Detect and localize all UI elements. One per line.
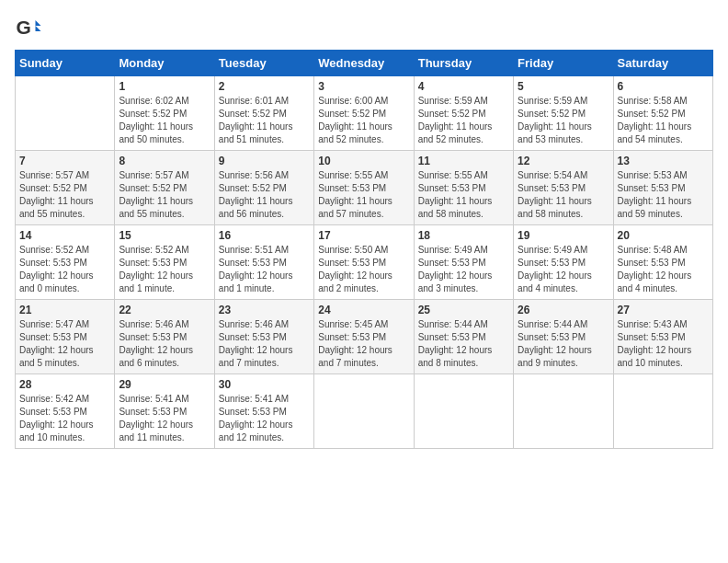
day-number: 15 [119, 229, 210, 242]
day-info: Sunrise: 5:57 AM Sunset: 5:52 PM Dayligh… [19, 169, 110, 221]
day-info: Sunrise: 5:50 AM Sunset: 5:53 PM Dayligh… [318, 244, 409, 295]
day-info: Sunrise: 5:41 AM Sunset: 5:53 PM Dayligh… [119, 393, 210, 444]
calendar-header-row: SundayMondayTuesdayWednesdayThursdayFrid… [16, 51, 713, 76]
day-number: 7 [19, 155, 110, 167]
day-info: Sunrise: 5:44 AM Sunset: 5:53 PM Dayligh… [518, 318, 609, 370]
week-row-4: 21Sunrise: 5:47 AM Sunset: 5:53 PM Dayli… [16, 300, 713, 374]
page-header: G [15, 15, 713, 42]
day-number: 30 [219, 378, 310, 391]
day-info: Sunrise: 5:56 AM Sunset: 5:52 PM Dayligh… [219, 169, 310, 221]
day-info: Sunrise: 5:55 AM Sunset: 5:53 PM Dayligh… [418, 169, 509, 221]
day-number: 23 [219, 304, 310, 316]
day-number: 3 [318, 80, 409, 93]
logo-icon: G [15, 15, 42, 42]
day-number: 6 [618, 80, 709, 93]
day-info: Sunrise: 5:49 AM Sunset: 5:53 PM Dayligh… [418, 244, 509, 295]
calendar-cell [314, 374, 414, 449]
day-number: 16 [219, 229, 310, 242]
day-info: Sunrise: 6:02 AM Sunset: 5:52 PM Dayligh… [119, 95, 210, 146]
day-info: Sunrise: 5:42 AM Sunset: 5:53 PM Dayligh… [19, 393, 110, 444]
header-friday: Friday [514, 51, 613, 76]
day-info: Sunrise: 5:58 AM Sunset: 5:52 PM Dayligh… [618, 95, 709, 146]
week-row-1: 1Sunrise: 6:02 AM Sunset: 5:52 PM Daylig… [16, 76, 713, 151]
day-number: 17 [318, 229, 409, 242]
calendar-cell: 20Sunrise: 5:48 AM Sunset: 5:53 PM Dayli… [613, 225, 712, 300]
day-number: 1 [119, 80, 210, 93]
day-info: Sunrise: 5:48 AM Sunset: 5:53 PM Dayligh… [618, 244, 709, 295]
day-info: Sunrise: 5:47 AM Sunset: 5:53 PM Dayligh… [19, 318, 110, 370]
day-info: Sunrise: 5:52 AM Sunset: 5:53 PM Dayligh… [19, 244, 110, 295]
header-tuesday: Tuesday [214, 51, 313, 76]
calendar-cell: 23Sunrise: 5:46 AM Sunset: 5:53 PM Dayli… [214, 300, 313, 374]
day-info: Sunrise: 5:46 AM Sunset: 5:53 PM Dayligh… [219, 318, 310, 370]
calendar-cell [16, 76, 115, 151]
day-number: 13 [618, 155, 709, 167]
header-monday: Monday [115, 51, 214, 76]
header-wednesday: Wednesday [314, 51, 414, 76]
calendar-cell: 16Sunrise: 5:51 AM Sunset: 5:53 PM Dayli… [214, 225, 313, 300]
header-saturday: Saturday [613, 51, 712, 76]
calendar-cell: 13Sunrise: 5:53 AM Sunset: 5:53 PM Dayli… [613, 151, 712, 225]
week-row-5: 28Sunrise: 5:42 AM Sunset: 5:53 PM Dayli… [16, 374, 713, 449]
calendar-table: SundayMondayTuesdayWednesdayThursdayFrid… [15, 50, 713, 449]
day-number: 12 [518, 155, 609, 167]
calendar-cell: 6Sunrise: 5:58 AM Sunset: 5:52 PM Daylig… [613, 76, 712, 151]
day-number: 18 [418, 229, 509, 242]
calendar-cell: 21Sunrise: 5:47 AM Sunset: 5:53 PM Dayli… [16, 300, 115, 374]
day-info: Sunrise: 5:57 AM Sunset: 5:52 PM Dayligh… [119, 169, 210, 221]
calendar-cell: 15Sunrise: 5:52 AM Sunset: 5:53 PM Dayli… [115, 225, 214, 300]
day-number: 25 [418, 304, 509, 316]
svg-marker-2 [36, 26, 41, 31]
calendar-cell: 25Sunrise: 5:44 AM Sunset: 5:53 PM Dayli… [414, 300, 513, 374]
day-number: 28 [19, 378, 110, 391]
calendar-cell: 10Sunrise: 5:55 AM Sunset: 5:53 PM Dayli… [314, 151, 414, 225]
calendar-cell: 17Sunrise: 5:50 AM Sunset: 5:53 PM Dayli… [314, 225, 414, 300]
day-info: Sunrise: 5:53 AM Sunset: 5:53 PM Dayligh… [618, 169, 709, 221]
day-number: 2 [219, 80, 310, 93]
week-row-3: 14Sunrise: 5:52 AM Sunset: 5:53 PM Dayli… [16, 225, 713, 300]
calendar-cell: 7Sunrise: 5:57 AM Sunset: 5:52 PM Daylig… [16, 151, 115, 225]
svg-text:G: G [17, 17, 31, 38]
calendar-cell: 19Sunrise: 5:49 AM Sunset: 5:53 PM Dayli… [514, 225, 613, 300]
day-number: 9 [219, 155, 310, 167]
day-info: Sunrise: 5:41 AM Sunset: 5:53 PM Dayligh… [219, 393, 310, 444]
calendar-cell: 22Sunrise: 5:46 AM Sunset: 5:53 PM Dayli… [115, 300, 214, 374]
calendar-cell: 5Sunrise: 5:59 AM Sunset: 5:52 PM Daylig… [514, 76, 613, 151]
day-info: Sunrise: 6:01 AM Sunset: 5:52 PM Dayligh… [219, 95, 310, 146]
day-number: 14 [19, 229, 110, 242]
week-row-2: 7Sunrise: 5:57 AM Sunset: 5:52 PM Daylig… [16, 151, 713, 225]
day-number: 19 [518, 229, 609, 242]
calendar-cell [514, 374, 613, 449]
calendar-cell: 12Sunrise: 5:54 AM Sunset: 5:53 PM Dayli… [514, 151, 613, 225]
calendar-cell: 3Sunrise: 6:00 AM Sunset: 5:52 PM Daylig… [314, 76, 414, 151]
day-info: Sunrise: 5:59 AM Sunset: 5:52 PM Dayligh… [518, 95, 609, 146]
day-info: Sunrise: 5:51 AM Sunset: 5:53 PM Dayligh… [219, 244, 310, 295]
logo: G [15, 15, 46, 42]
calendar-cell: 8Sunrise: 5:57 AM Sunset: 5:52 PM Daylig… [115, 151, 214, 225]
calendar-cell: 29Sunrise: 5:41 AM Sunset: 5:53 PM Dayli… [115, 374, 214, 449]
calendar-cell: 26Sunrise: 5:44 AM Sunset: 5:53 PM Dayli… [514, 300, 613, 374]
calendar-cell: 18Sunrise: 5:49 AM Sunset: 5:53 PM Dayli… [414, 225, 513, 300]
calendar-cell: 4Sunrise: 5:59 AM Sunset: 5:52 PM Daylig… [414, 76, 513, 151]
day-info: Sunrise: 5:44 AM Sunset: 5:53 PM Dayligh… [418, 318, 509, 370]
day-info: Sunrise: 5:52 AM Sunset: 5:53 PM Dayligh… [119, 244, 210, 295]
calendar-cell: 28Sunrise: 5:42 AM Sunset: 5:53 PM Dayli… [16, 374, 115, 449]
day-info: Sunrise: 5:45 AM Sunset: 5:53 PM Dayligh… [318, 318, 409, 370]
day-info: Sunrise: 5:46 AM Sunset: 5:53 PM Dayligh… [119, 318, 210, 370]
calendar-cell: 24Sunrise: 5:45 AM Sunset: 5:53 PM Dayli… [314, 300, 414, 374]
day-number: 8 [119, 155, 210, 167]
day-info: Sunrise: 5:55 AM Sunset: 5:53 PM Dayligh… [318, 169, 409, 221]
day-number: 20 [618, 229, 709, 242]
calendar-cell: 27Sunrise: 5:43 AM Sunset: 5:53 PM Dayli… [613, 300, 712, 374]
day-number: 29 [119, 378, 210, 391]
day-number: 4 [418, 80, 509, 93]
day-number: 27 [618, 304, 709, 316]
day-number: 11 [418, 155, 509, 167]
day-number: 5 [518, 80, 609, 93]
header-thursday: Thursday [414, 51, 513, 76]
calendar-cell: 11Sunrise: 5:55 AM Sunset: 5:53 PM Dayli… [414, 151, 513, 225]
day-info: Sunrise: 5:59 AM Sunset: 5:52 PM Dayligh… [418, 95, 509, 146]
svg-marker-1 [36, 20, 41, 26]
calendar-cell: 14Sunrise: 5:52 AM Sunset: 5:53 PM Dayli… [16, 225, 115, 300]
calendar-cell: 9Sunrise: 5:56 AM Sunset: 5:52 PM Daylig… [214, 151, 313, 225]
